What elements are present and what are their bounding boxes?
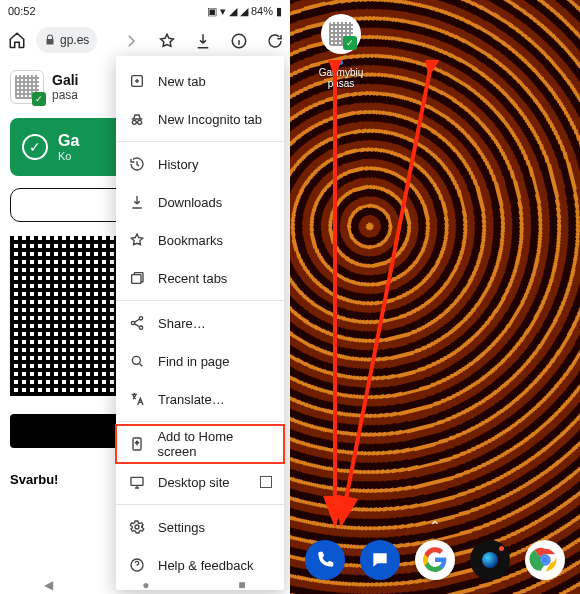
menu-item-incognito[interactable]: New Incognito tab xyxy=(116,100,284,138)
svg-point-18 xyxy=(541,556,548,563)
help-icon xyxy=(128,557,146,573)
menu-item-label: Find in page xyxy=(158,354,230,369)
star-icon xyxy=(128,232,146,248)
dock-chrome[interactable] xyxy=(525,540,565,580)
page-subtitle: pasa xyxy=(52,88,78,102)
menu-item-label: Desktop site xyxy=(158,475,230,490)
status-bar: 00:52 ▣ ▾ ◢ ◢ 84% ▮ xyxy=(0,0,290,22)
browser-toolbar xyxy=(122,26,284,56)
wifi-icon: ▾ xyxy=(220,5,226,18)
download-icon xyxy=(128,194,146,210)
reload-icon[interactable] xyxy=(266,32,284,50)
menu-item-label: Settings xyxy=(158,520,205,535)
svg-rect-4 xyxy=(132,275,141,284)
translate-icon xyxy=(128,391,146,407)
home-icon[interactable] xyxy=(8,31,26,49)
menu-item-new-tab[interactable]: New tab xyxy=(116,62,284,100)
homescreen-shortcut[interactable]: ✓ Galimybių pasas xyxy=(318,14,364,89)
signal-icon: ◢ xyxy=(240,5,248,18)
forward-icon[interactable] xyxy=(122,32,140,50)
svg-point-8 xyxy=(132,356,140,364)
menu-item-label: Downloads xyxy=(158,195,222,210)
svg-point-11 xyxy=(135,525,139,529)
menu-item-label: Help & feedback xyxy=(158,558,253,573)
menu-item-label: New tab xyxy=(158,74,206,89)
menu-item-share[interactable]: Share… xyxy=(116,304,284,342)
menu-item-label: Share… xyxy=(158,316,206,331)
battery-text: 84% xyxy=(251,5,273,17)
homescreen-pane: ✓ Galimybių pasas ⌃ xyxy=(290,0,580,594)
nav-home-icon[interactable]: ● xyxy=(142,578,149,592)
history-icon xyxy=(128,156,146,172)
menu-item-bookmarks[interactable]: Bookmarks xyxy=(116,221,284,259)
menu-item-desktop[interactable]: Desktop site xyxy=(116,463,284,501)
drawer-caret-icon[interactable]: ⌃ xyxy=(429,518,441,534)
lock-icon xyxy=(44,34,56,46)
svg-point-3 xyxy=(138,120,142,124)
debug-icon: ▣ xyxy=(207,5,217,18)
menu-item-recent[interactable]: Recent tabs xyxy=(116,259,284,297)
settings-icon xyxy=(128,519,146,535)
wallpaper xyxy=(290,0,580,594)
menu-item-label: Bookmarks xyxy=(158,233,223,248)
menu-separator xyxy=(116,421,284,422)
signal-icon: ◢ xyxy=(229,5,237,18)
dock-messages[interactable] xyxy=(360,540,400,580)
menu-item-settings[interactable]: Settings xyxy=(116,508,284,546)
plus-square-icon xyxy=(128,73,146,89)
check-icon: ✓ xyxy=(22,134,48,160)
url-host: gp.es xyxy=(60,33,89,47)
status-time: 00:52 xyxy=(8,5,36,17)
tabs-icon xyxy=(128,270,146,286)
qr-badge-icon: ✓ xyxy=(10,70,44,104)
dock-phone[interactable] xyxy=(305,540,345,580)
dock xyxy=(290,540,580,580)
menu-item-find[interactable]: Find in page xyxy=(116,342,284,380)
info-icon[interactable] xyxy=(230,32,248,50)
add-home-icon xyxy=(128,436,145,452)
share-icon xyxy=(128,315,146,331)
menu-item-label: History xyxy=(158,157,198,172)
overflow-menu: New tabNew Incognito tabHistoryDownloads… xyxy=(116,56,284,590)
nav-back-icon[interactable]: ◀ xyxy=(44,578,53,592)
menu-item-history[interactable]: History xyxy=(116,145,284,183)
status-icons: ▣ ▾ ◢ ◢ 84% ▮ xyxy=(207,5,282,18)
menu-separator xyxy=(116,300,284,301)
browser-pane: 00:52 ▣ ▾ ◢ ◢ 84% ▮ gp.es ✓ Gali p xyxy=(0,0,290,594)
menu-item-label: Translate… xyxy=(158,392,225,407)
desktop-icon xyxy=(128,474,146,490)
star-icon[interactable] xyxy=(158,32,176,50)
menu-separator xyxy=(116,141,284,142)
url-pill[interactable]: gp.es xyxy=(36,27,97,53)
svg-point-2 xyxy=(132,120,136,124)
nav-recent-icon[interactable]: ■ xyxy=(238,578,245,592)
android-nav-bar: ◀ ● ■ xyxy=(0,576,290,594)
svg-rect-10 xyxy=(131,477,143,485)
menu-item-label: Recent tabs xyxy=(158,271,227,286)
menu-item-translate[interactable]: Translate… xyxy=(116,380,284,418)
dock-camera[interactable] xyxy=(470,540,510,580)
card-line1: Ga xyxy=(58,132,79,150)
menu-item-downloads[interactable]: Downloads xyxy=(116,183,284,221)
menu-item-label: New Incognito tab xyxy=(158,112,262,127)
menu-item-add-home[interactable]: Add to Home screen xyxy=(116,425,284,463)
card-line2: Ko xyxy=(58,150,79,162)
incognito-icon xyxy=(128,111,146,127)
battery-icon: ▮ xyxy=(276,5,282,18)
shortcut-label: Galimybių pasas xyxy=(319,67,363,89)
menu-item-label: Add to Home screen xyxy=(157,429,272,459)
menu-separator xyxy=(116,504,284,505)
checkbox[interactable] xyxy=(260,476,272,488)
dock-google[interactable] xyxy=(415,540,455,580)
download-icon[interactable] xyxy=(194,32,212,50)
page-title: Gali xyxy=(52,72,78,88)
find-icon xyxy=(128,353,146,369)
